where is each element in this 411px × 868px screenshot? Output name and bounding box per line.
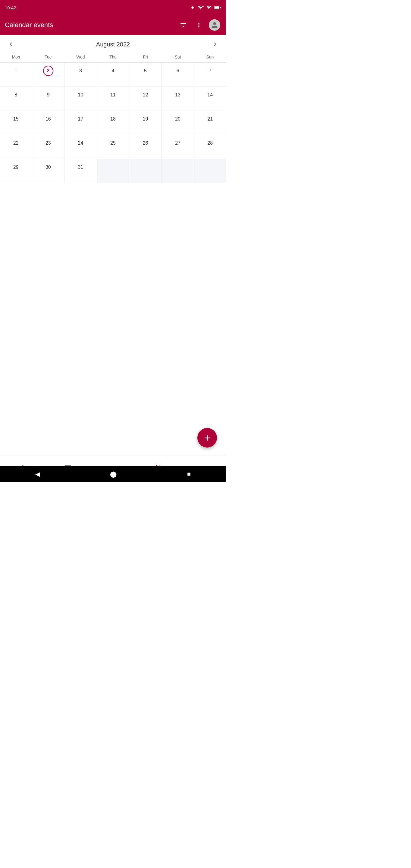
person-icon: [211, 22, 218, 29]
weekday-header-mon: Mon: [0, 53, 32, 63]
day-number: 15: [11, 114, 21, 124]
day-number: 31: [75, 162, 86, 173]
calendar-day-21[interactable]: 21: [194, 111, 226, 135]
calendar-day-8[interactable]: 8: [0, 87, 32, 111]
calendar-day-29[interactable]: 29: [0, 159, 32, 183]
day-number: 26: [140, 138, 151, 148]
calendar-day-26[interactable]: 26: [129, 135, 162, 159]
day-number: 30: [43, 162, 53, 173]
calendar-grid: MonTueWedThuFriSatSun 123456789101112131…: [0, 53, 226, 183]
profile-button[interactable]: [208, 19, 221, 32]
calendar-week-row: 15161718192021: [0, 111, 226, 135]
day-number: 13: [173, 90, 183, 100]
calendar-week-row: 1234567: [0, 63, 226, 87]
calendar-day-3[interactable]: 3: [64, 63, 97, 87]
calendar-nav: August 2022: [0, 35, 226, 53]
calendar-day-15[interactable]: 15: [0, 111, 32, 135]
day-number: 4: [108, 66, 118, 76]
battery-icon: [214, 5, 221, 10]
calendar-day-empty: [194, 159, 226, 183]
day-number: 21: [205, 114, 215, 124]
recents-button[interactable]: ■: [187, 470, 191, 477]
day-number: 5: [140, 66, 151, 76]
home-button[interactable]: ⬤: [110, 470, 117, 478]
calendar-day-23[interactable]: 23: [32, 135, 64, 159]
calendar-day-6[interactable]: 6: [161, 63, 194, 87]
calendar-day-18[interactable]: 18: [97, 111, 129, 135]
day-number: 20: [173, 114, 183, 124]
day-number: 18: [108, 114, 118, 124]
weekday-header-thu: Thu: [97, 53, 129, 63]
add-event-fab[interactable]: [197, 428, 217, 447]
calendar-day-1[interactable]: 1: [0, 63, 32, 87]
next-month-button[interactable]: [209, 38, 221, 50]
calendar-day-11[interactable]: 11: [97, 87, 129, 111]
month-year-label: August 2022: [96, 41, 130, 48]
calendar-day-4[interactable]: 4: [97, 63, 129, 87]
app-bar: Calendar events: [0, 15, 226, 35]
day-number: 28: [205, 138, 215, 148]
back-button[interactable]: ◀: [35, 470, 40, 478]
calendar-day-empty: [97, 159, 129, 183]
weekday-header-wed: Wed: [64, 53, 97, 63]
calendar-day-28[interactable]: 28: [194, 135, 226, 159]
day-number: 7: [205, 66, 215, 76]
calendar-day-24[interactable]: 24: [64, 135, 97, 159]
calendar-day-17[interactable]: 17: [64, 111, 97, 135]
calendar-day-7[interactable]: 7: [194, 63, 226, 87]
signal-icon: [206, 5, 212, 10]
calendar-day-12[interactable]: 12: [129, 87, 162, 111]
calendar-day-2[interactable]: 2: [32, 63, 64, 87]
calendar-day-14[interactable]: 14: [194, 87, 226, 111]
filter-button[interactable]: [177, 19, 190, 32]
day-number: 12: [140, 90, 151, 100]
svg-point-0: [191, 6, 194, 9]
day-number: 19: [140, 114, 151, 124]
calendar-day-empty: [161, 159, 194, 183]
calendar-day-27[interactable]: 27: [161, 135, 194, 159]
calendar-day-31[interactable]: 31: [64, 159, 97, 183]
calendar-week-row: 22232425262728: [0, 135, 226, 159]
wifi-icon: [198, 4, 204, 10]
day-number: 10: [75, 90, 86, 100]
notification-status-icon: [190, 5, 195, 10]
day-number: 29: [11, 162, 21, 173]
weekday-header-sun: Sun: [194, 53, 226, 63]
calendar-day-19[interactable]: 19: [129, 111, 162, 135]
calendar-week-row: 891011121314: [0, 87, 226, 111]
calendar-day-30[interactable]: 30: [32, 159, 64, 183]
filter-icon: [180, 22, 187, 29]
more-options-button[interactable]: [192, 19, 205, 32]
weekday-header-fri: Fri: [129, 53, 162, 63]
calendar-day-16[interactable]: 16: [32, 111, 64, 135]
chevron-right-icon: [212, 41, 219, 48]
day-number: 8: [11, 90, 21, 100]
calendar-week-row: 293031: [0, 159, 226, 183]
day-number: 24: [75, 138, 86, 148]
calendar-day-5[interactable]: 5: [129, 63, 162, 87]
day-number: 11: [108, 90, 118, 100]
calendar-day-20[interactable]: 20: [161, 111, 194, 135]
svg-rect-3: [220, 7, 221, 8]
prev-month-button[interactable]: [5, 38, 17, 50]
day-number: 3: [75, 66, 86, 76]
day-number: 23: [43, 138, 53, 148]
day-number: 14: [205, 90, 215, 100]
chevron-left-icon: [7, 41, 14, 48]
calendar-day-9[interactable]: 9: [32, 87, 64, 111]
weekday-header-tue: Tue: [32, 53, 64, 63]
day-number: 16: [43, 114, 53, 124]
calendar-day-25[interactable]: 25: [97, 135, 129, 159]
day-number: 22: [11, 138, 21, 148]
add-icon: [203, 433, 212, 442]
avatar: [209, 19, 220, 31]
day-number: 9: [43, 90, 53, 100]
app-bar-title: Calendar events: [5, 21, 177, 29]
day-number: 2: [43, 66, 53, 76]
calendar-day-13[interactable]: 13: [161, 87, 194, 111]
calendar-day-22[interactable]: 22: [0, 135, 32, 159]
day-number: 1: [11, 66, 21, 76]
weekday-header-sat: Sat: [161, 53, 194, 63]
status-bar: 10:42: [0, 0, 226, 15]
calendar-day-10[interactable]: 10: [64, 87, 97, 111]
